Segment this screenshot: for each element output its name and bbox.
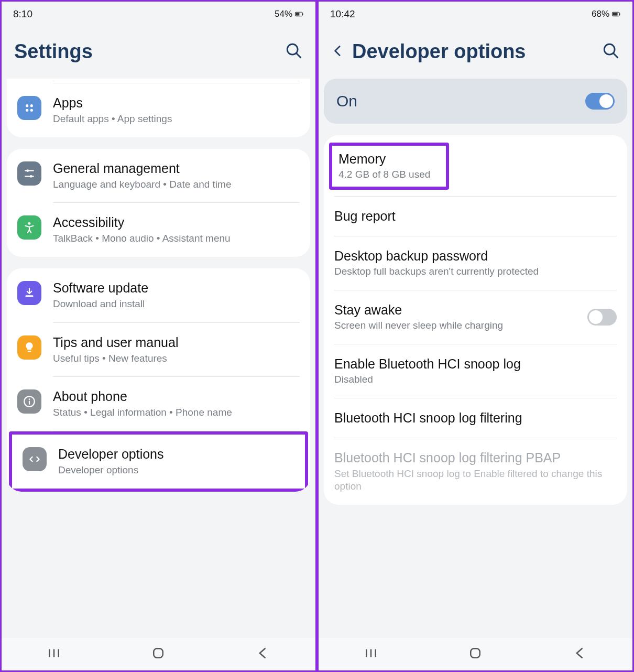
svg-rect-18 <box>29 401 30 405</box>
status-time: 8:10 <box>13 8 32 20</box>
dev-item-bt-hci[interactable]: Enable Bluetooth HCI snoop log Disabled <box>324 344 627 398</box>
developer-options-screen: 10:42 68% Developer options On Memory 4.… <box>319 2 632 670</box>
svg-point-12 <box>30 175 32 178</box>
item-title: About phone <box>53 388 300 406</box>
code-icon <box>23 447 47 471</box>
highlight-memory: Memory 4.2 GB of 8 GB used <box>329 143 449 190</box>
search-icon <box>285 42 303 60</box>
item-title: Developer options <box>58 446 294 464</box>
settings-item-general[interactable]: General management Language and keyboard… <box>7 149 310 203</box>
master-toggle-switch[interactable] <box>585 93 615 110</box>
item-title: Tips and user manual <box>53 334 300 352</box>
item-sub: Language and keyboard • Date and time <box>53 178 300 191</box>
nav-home[interactable] <box>467 645 483 663</box>
nav-bar <box>2 638 315 670</box>
item-sub: Download and install <box>53 298 300 311</box>
back-button[interactable] <box>331 44 352 60</box>
item-sub: TalkBack • Mono audio • Assistant menu <box>53 232 300 245</box>
info-icon <box>17 389 41 414</box>
item-sub: Disabled <box>334 372 617 386</box>
page-header: Developer options <box>319 27 632 79</box>
item-title: Accessibility <box>53 214 300 232</box>
svg-point-17 <box>29 399 30 400</box>
nav-home[interactable] <box>150 645 166 663</box>
dev-item-bt-pbap: Bluetooth HCI snoop log filtering PBAP S… <box>324 438 627 505</box>
settings-item-about[interactable]: About phone Status • Legal information •… <box>7 377 310 431</box>
chevron-left-icon <box>331 44 345 58</box>
svg-point-8 <box>30 109 33 112</box>
sliders-icon <box>17 161 41 186</box>
nav-recent[interactable] <box>46 645 62 663</box>
page-title: Developer options <box>352 40 602 63</box>
nav-bar <box>319 638 632 670</box>
item-title: Software update <box>53 280 300 298</box>
item-title: Desktop backup password <box>334 248 617 264</box>
item-title: Memory <box>338 151 430 167</box>
svg-rect-2 <box>296 13 300 15</box>
settings-group: General management Language and keyboard… <box>7 149 310 257</box>
page-title: Settings <box>14 40 285 63</box>
settings-group: Software update Download and install Tip… <box>7 268 310 492</box>
settings-screen: 8:10 54% Settings Apps Default apps • Ap… <box>2 2 315 670</box>
svg-point-10 <box>26 169 29 172</box>
dev-item-bt-filter[interactable]: Bluetooth HCI snoop log filtering <box>324 398 627 438</box>
search-button[interactable] <box>602 42 620 62</box>
highlight-developer: Developer options Developer options <box>9 431 308 492</box>
settings-item-accessibility[interactable]: Accessibility TalkBack • Mono audio • As… <box>7 203 310 257</box>
item-sub: Set Bluetooth HCI snoop log to Enable fi… <box>334 467 617 493</box>
battery-text: 54% <box>275 9 292 19</box>
svg-rect-9 <box>25 170 34 171</box>
status-icons: 68% <box>592 9 621 19</box>
status-bar: 10:42 68% <box>319 2 632 27</box>
item-sub: 4.2 GB of 8 GB used <box>338 167 430 181</box>
dev-item-bugreport[interactable]: Bug report <box>324 197 627 236</box>
item-title: Bluetooth HCI snoop log filtering PBAP <box>334 450 617 466</box>
svg-rect-25 <box>613 13 618 15</box>
item-title: General management <box>53 160 300 178</box>
dev-item-backup[interactable]: Desktop backup password Desktop full bac… <box>324 236 627 290</box>
item-sub: Developer options <box>58 464 294 477</box>
svg-point-5 <box>26 104 28 107</box>
item-title: Bug report <box>334 208 617 224</box>
svg-rect-24 <box>619 14 620 15</box>
svg-point-13 <box>28 222 31 225</box>
item-sub: Desktop full backups aren't currently pr… <box>334 264 617 278</box>
search-button[interactable] <box>285 42 303 62</box>
status-bar: 8:10 54% <box>2 2 315 27</box>
settings-list[interactable]: Apps Default apps • App settings General… <box>2 79 315 670</box>
status-time: 10:42 <box>330 8 355 20</box>
stayawake-toggle[interactable] <box>587 309 617 326</box>
item-sub: Default apps • App settings <box>53 113 300 126</box>
battery-icon <box>294 9 304 19</box>
battery-text: 68% <box>592 9 609 19</box>
svg-rect-1 <box>302 14 303 15</box>
svg-point-6 <box>30 104 33 107</box>
settings-item-apps[interactable]: Apps Default apps • App settings <box>7 83 310 137</box>
search-icon <box>602 42 620 60</box>
settings-item-software[interactable]: Software update Download and install <box>7 268 310 322</box>
master-toggle-label: On <box>336 92 357 110</box>
nav-back[interactable] <box>572 645 588 663</box>
master-toggle-card[interactable]: On <box>324 79 627 124</box>
item-sub: Useful tips • New features <box>53 352 300 365</box>
settings-item-tips[interactable]: Tips and user manual Useful tips • New f… <box>7 323 310 377</box>
svg-rect-11 <box>25 176 34 177</box>
devoptions-list[interactable]: Memory 4.2 GB of 8 GB used Bug report De… <box>319 135 632 670</box>
svg-rect-31 <box>471 648 480 658</box>
dev-item-stayawake[interactable]: Stay awake Screen will never sleep while… <box>324 290 627 344</box>
item-title: Apps <box>53 95 300 113</box>
item-sub: Status • Legal information • Phone name <box>53 406 300 419</box>
svg-rect-15 <box>28 351 31 352</box>
item-title: Enable Bluetooth HCI snoop log <box>334 356 617 372</box>
item-title: Stay awake <box>334 302 579 318</box>
nav-recent[interactable] <box>363 645 379 663</box>
svg-point-7 <box>26 109 28 112</box>
settings-item-developer[interactable]: Developer options Developer options <box>12 435 305 489</box>
nav-back[interactable] <box>255 645 271 663</box>
item-sub: Screen will never sleep while charging <box>334 318 579 332</box>
dev-item-memory-wrap: Memory 4.2 GB of 8 GB used <box>324 135 627 196</box>
dev-item-memory[interactable]: Memory 4.2 GB of 8 GB used <box>332 146 446 187</box>
svg-rect-14 <box>25 295 33 297</box>
accessibility-icon <box>17 215 41 240</box>
lightbulb-icon <box>17 335 41 360</box>
